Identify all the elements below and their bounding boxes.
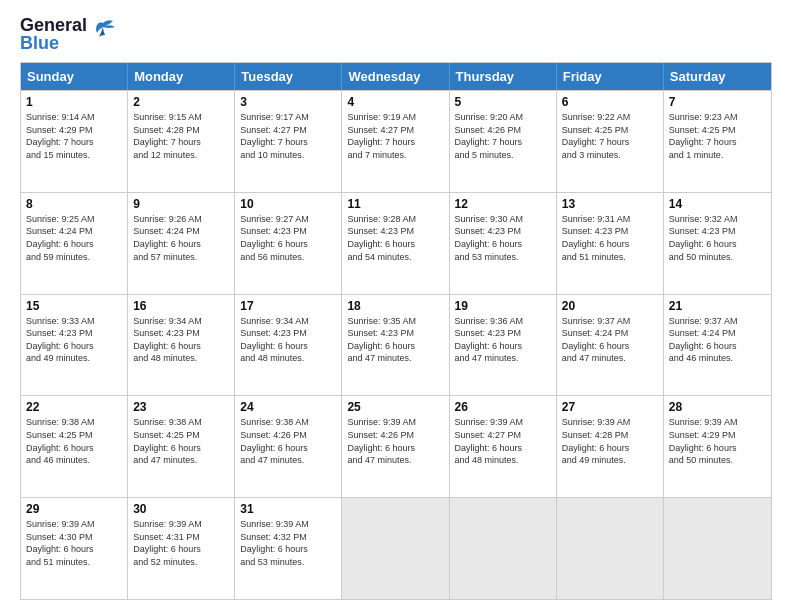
- calendar-cell-11: 11Sunrise: 9:28 AMSunset: 4:23 PMDayligh…: [342, 193, 449, 294]
- cell-details: Sunrise: 9:28 AMSunset: 4:23 PMDaylight:…: [347, 213, 443, 263]
- logo-bird-icon: [89, 19, 117, 45]
- day-number: 25: [347, 400, 443, 414]
- day-number: 17: [240, 299, 336, 313]
- cell-details: Sunrise: 9:19 AMSunset: 4:27 PMDaylight:…: [347, 111, 443, 161]
- day-number: 28: [669, 400, 766, 414]
- calendar-cell-5: 5Sunrise: 9:20 AMSunset: 4:26 PMDaylight…: [450, 91, 557, 192]
- day-number: 2: [133, 95, 229, 109]
- day-number: 12: [455, 197, 551, 211]
- weekday-header-monday: Monday: [128, 63, 235, 90]
- cell-details: Sunrise: 9:32 AMSunset: 4:23 PMDaylight:…: [669, 213, 766, 263]
- cell-details: Sunrise: 9:36 AMSunset: 4:23 PMDaylight:…: [455, 315, 551, 365]
- calendar-cell-8: 8Sunrise: 9:25 AMSunset: 4:24 PMDaylight…: [21, 193, 128, 294]
- calendar-cell-23: 23Sunrise: 9:38 AMSunset: 4:25 PMDayligh…: [128, 396, 235, 497]
- calendar-cell-22: 22Sunrise: 9:38 AMSunset: 4:25 PMDayligh…: [21, 396, 128, 497]
- calendar-cell-28: 28Sunrise: 9:39 AMSunset: 4:29 PMDayligh…: [664, 396, 771, 497]
- calendar-cell-25: 25Sunrise: 9:39 AMSunset: 4:26 PMDayligh…: [342, 396, 449, 497]
- day-number: 20: [562, 299, 658, 313]
- calendar-cell-empty: [450, 498, 557, 599]
- calendar-cell-18: 18Sunrise: 9:35 AMSunset: 4:23 PMDayligh…: [342, 295, 449, 396]
- day-number: 31: [240, 502, 336, 516]
- day-number: 11: [347, 197, 443, 211]
- weekday-header-wednesday: Wednesday: [342, 63, 449, 90]
- calendar-cell-14: 14Sunrise: 9:32 AMSunset: 4:23 PMDayligh…: [664, 193, 771, 294]
- logo: General Blue: [20, 16, 117, 52]
- calendar-cell-empty: [342, 498, 449, 599]
- calendar-week-2: 8Sunrise: 9:25 AMSunset: 4:24 PMDaylight…: [21, 192, 771, 294]
- weekday-header-sunday: Sunday: [21, 63, 128, 90]
- day-number: 26: [455, 400, 551, 414]
- cell-details: Sunrise: 9:15 AMSunset: 4:28 PMDaylight:…: [133, 111, 229, 161]
- day-number: 4: [347, 95, 443, 109]
- calendar-cell-26: 26Sunrise: 9:39 AMSunset: 4:27 PMDayligh…: [450, 396, 557, 497]
- cell-details: Sunrise: 9:33 AMSunset: 4:23 PMDaylight:…: [26, 315, 122, 365]
- cell-details: Sunrise: 9:39 AMSunset: 4:28 PMDaylight:…: [562, 416, 658, 466]
- calendar-cell-31: 31Sunrise: 9:39 AMSunset: 4:32 PMDayligh…: [235, 498, 342, 599]
- calendar-cell-3: 3Sunrise: 9:17 AMSunset: 4:27 PMDaylight…: [235, 91, 342, 192]
- day-number: 30: [133, 502, 229, 516]
- calendar-header: SundayMondayTuesdayWednesdayThursdayFrid…: [21, 63, 771, 90]
- calendar-week-4: 22Sunrise: 9:38 AMSunset: 4:25 PMDayligh…: [21, 395, 771, 497]
- day-number: 6: [562, 95, 658, 109]
- calendar-cell-2: 2Sunrise: 9:15 AMSunset: 4:28 PMDaylight…: [128, 91, 235, 192]
- weekday-header-thursday: Thursday: [450, 63, 557, 90]
- calendar-cell-19: 19Sunrise: 9:36 AMSunset: 4:23 PMDayligh…: [450, 295, 557, 396]
- calendar-cell-1: 1Sunrise: 9:14 AMSunset: 4:29 PMDaylight…: [21, 91, 128, 192]
- weekday-header-friday: Friday: [557, 63, 664, 90]
- weekday-header-tuesday: Tuesday: [235, 63, 342, 90]
- logo-blue: Blue: [20, 34, 87, 52]
- calendar-cell-16: 16Sunrise: 9:34 AMSunset: 4:23 PMDayligh…: [128, 295, 235, 396]
- cell-details: Sunrise: 9:22 AMSunset: 4:25 PMDaylight:…: [562, 111, 658, 161]
- cell-details: Sunrise: 9:31 AMSunset: 4:23 PMDaylight:…: [562, 213, 658, 263]
- cell-details: Sunrise: 9:39 AMSunset: 4:30 PMDaylight:…: [26, 518, 122, 568]
- weekday-header-saturday: Saturday: [664, 63, 771, 90]
- calendar-cell-30: 30Sunrise: 9:39 AMSunset: 4:31 PMDayligh…: [128, 498, 235, 599]
- calendar-week-3: 15Sunrise: 9:33 AMSunset: 4:23 PMDayligh…: [21, 294, 771, 396]
- calendar-cell-13: 13Sunrise: 9:31 AMSunset: 4:23 PMDayligh…: [557, 193, 664, 294]
- calendar-cell-21: 21Sunrise: 9:37 AMSunset: 4:24 PMDayligh…: [664, 295, 771, 396]
- calendar-cell-27: 27Sunrise: 9:39 AMSunset: 4:28 PMDayligh…: [557, 396, 664, 497]
- cell-details: Sunrise: 9:26 AMSunset: 4:24 PMDaylight:…: [133, 213, 229, 263]
- day-number: 24: [240, 400, 336, 414]
- calendar-cell-15: 15Sunrise: 9:33 AMSunset: 4:23 PMDayligh…: [21, 295, 128, 396]
- cell-details: Sunrise: 9:20 AMSunset: 4:26 PMDaylight:…: [455, 111, 551, 161]
- cell-details: Sunrise: 9:34 AMSunset: 4:23 PMDaylight:…: [240, 315, 336, 365]
- cell-details: Sunrise: 9:39 AMSunset: 4:27 PMDaylight:…: [455, 416, 551, 466]
- day-number: 13: [562, 197, 658, 211]
- day-number: 5: [455, 95, 551, 109]
- cell-details: Sunrise: 9:37 AMSunset: 4:24 PMDaylight:…: [562, 315, 658, 365]
- cell-details: Sunrise: 9:39 AMSunset: 4:26 PMDaylight:…: [347, 416, 443, 466]
- calendar-week-5: 29Sunrise: 9:39 AMSunset: 4:30 PMDayligh…: [21, 497, 771, 599]
- calendar-cell-10: 10Sunrise: 9:27 AMSunset: 4:23 PMDayligh…: [235, 193, 342, 294]
- day-number: 22: [26, 400, 122, 414]
- calendar-cell-24: 24Sunrise: 9:38 AMSunset: 4:26 PMDayligh…: [235, 396, 342, 497]
- cell-details: Sunrise: 9:27 AMSunset: 4:23 PMDaylight:…: [240, 213, 336, 263]
- calendar-cell-4: 4Sunrise: 9:19 AMSunset: 4:27 PMDaylight…: [342, 91, 449, 192]
- cell-details: Sunrise: 9:30 AMSunset: 4:23 PMDaylight:…: [455, 213, 551, 263]
- cell-details: Sunrise: 9:25 AMSunset: 4:24 PMDaylight:…: [26, 213, 122, 263]
- calendar-cell-17: 17Sunrise: 9:34 AMSunset: 4:23 PMDayligh…: [235, 295, 342, 396]
- calendar-cell-7: 7Sunrise: 9:23 AMSunset: 4:25 PMDaylight…: [664, 91, 771, 192]
- day-number: 8: [26, 197, 122, 211]
- header: General Blue: [20, 16, 772, 52]
- cell-details: Sunrise: 9:39 AMSunset: 4:31 PMDaylight:…: [133, 518, 229, 568]
- day-number: 16: [133, 299, 229, 313]
- calendar-body: 1Sunrise: 9:14 AMSunset: 4:29 PMDaylight…: [21, 90, 771, 599]
- cell-details: Sunrise: 9:39 AMSunset: 4:29 PMDaylight:…: [669, 416, 766, 466]
- calendar-cell-12: 12Sunrise: 9:30 AMSunset: 4:23 PMDayligh…: [450, 193, 557, 294]
- calendar-week-1: 1Sunrise: 9:14 AMSunset: 4:29 PMDaylight…: [21, 90, 771, 192]
- cell-details: Sunrise: 9:34 AMSunset: 4:23 PMDaylight:…: [133, 315, 229, 365]
- day-number: 27: [562, 400, 658, 414]
- cell-details: Sunrise: 9:37 AMSunset: 4:24 PMDaylight:…: [669, 315, 766, 365]
- cell-details: Sunrise: 9:38 AMSunset: 4:25 PMDaylight:…: [133, 416, 229, 466]
- day-number: 14: [669, 197, 766, 211]
- calendar-cell-29: 29Sunrise: 9:39 AMSunset: 4:30 PMDayligh…: [21, 498, 128, 599]
- day-number: 23: [133, 400, 229, 414]
- calendar-cell-6: 6Sunrise: 9:22 AMSunset: 4:25 PMDaylight…: [557, 91, 664, 192]
- day-number: 10: [240, 197, 336, 211]
- day-number: 15: [26, 299, 122, 313]
- cell-details: Sunrise: 9:14 AMSunset: 4:29 PMDaylight:…: [26, 111, 122, 161]
- cell-details: Sunrise: 9:38 AMSunset: 4:25 PMDaylight:…: [26, 416, 122, 466]
- day-number: 19: [455, 299, 551, 313]
- calendar: SundayMondayTuesdayWednesdayThursdayFrid…: [20, 62, 772, 600]
